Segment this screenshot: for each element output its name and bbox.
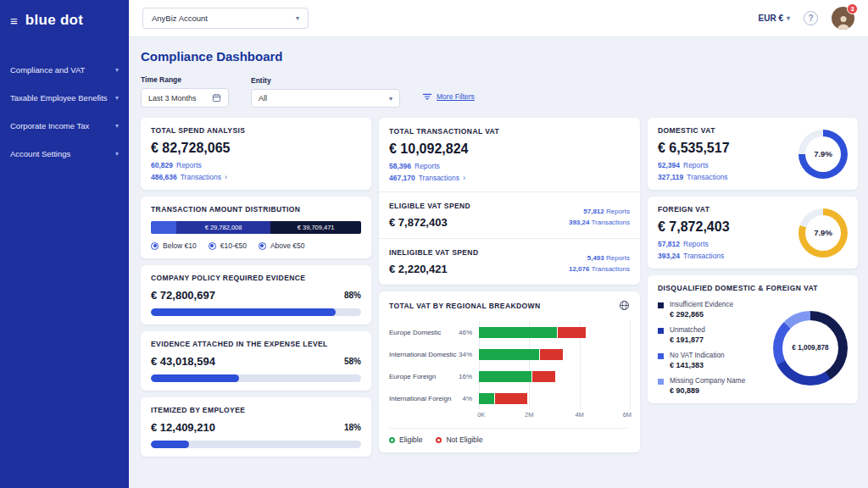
eligible-bar xyxy=(479,349,539,360)
globe-icon[interactable] xyxy=(619,300,630,311)
card-title: DISQUALIFIED DOMESTIC & FOREIGN VAT xyxy=(658,284,848,292)
gridline xyxy=(630,321,631,409)
not-eligible-bar xyxy=(540,349,563,360)
distribution-legend: Below €10 €10-€50 Above €50 xyxy=(151,241,361,250)
account-selector-value: AnyBiz Account xyxy=(152,14,208,23)
user-avatar[interactable]: 3 xyxy=(832,7,854,30)
bar-europe-domestic xyxy=(479,327,630,338)
amount: € 43,018,594 xyxy=(151,355,215,368)
transactions-link[interactable]: 12,076 Transactions xyxy=(569,265,630,273)
time-range-group: Time Range Last 3 Months xyxy=(141,75,229,108)
legend-radio-10-50[interactable]: €10-€50 xyxy=(209,241,247,250)
percent-value: 58% xyxy=(344,357,361,366)
card-title: ELIGIBLE VAT SPEND xyxy=(389,202,470,210)
amount: € 82,728,065 xyxy=(151,141,361,156)
transactions-link[interactable]: 327,119 Transactions xyxy=(658,173,730,181)
sidebar-item-taxable-employee-benefits[interactable]: Taxable Employee Benefits ▾ xyxy=(0,84,129,112)
percent-value: 18% xyxy=(344,423,361,432)
reports-link[interactable]: 5,493 Reports xyxy=(569,254,630,262)
reports-link[interactable]: 57,812 Reports xyxy=(569,208,630,215)
topbar: AnyBiz Account ▾ EUR € ▾ ? 3 xyxy=(129,0,868,37)
entity-select[interactable]: All ▾ xyxy=(251,89,400,108)
sidebar-item-compliance-and-vat[interactable]: Compliance and VAT ▾ xyxy=(0,56,129,84)
bar-segment-below-10 xyxy=(151,221,176,234)
sidebar-nav: Compliance and VAT ▾ Taxable Employee Be… xyxy=(0,56,129,168)
foreign-vat-donut: 7.9% xyxy=(798,208,848,258)
legend-radio-below-10[interactable]: Below €10 xyxy=(151,241,197,250)
eligible-vat-section: ELIGIBLE VAT SPEND € 7,872,403 57,812 Re… xyxy=(379,192,640,238)
transactions-link[interactable]: 467,170 Transactions › xyxy=(389,174,630,182)
account-selector[interactable]: AnyBiz Account ▾ xyxy=(142,8,309,29)
card-transaction-amount-distribution: TRANSACTION AMOUNT DISTRIBUTION € 29,782… xyxy=(141,197,371,258)
ineligible-vat-section: INELIGIBLE VAT SPEND € 2,220,421 5,493 R… xyxy=(379,239,640,285)
card-title: INELIGIBLE VAT SPEND xyxy=(389,248,478,257)
progress-fill xyxy=(151,441,189,448)
reports-link[interactable]: 52,394 Reports xyxy=(658,161,730,169)
chevron-down-icon: ▾ xyxy=(115,150,119,158)
reports-link[interactable]: 58,396 Reports xyxy=(389,162,630,170)
person-icon xyxy=(835,13,852,30)
legend-radio-above-50[interactable]: Above €50 xyxy=(259,241,305,250)
entity-label: Entity xyxy=(251,76,400,85)
chevron-down-icon: ▾ xyxy=(115,94,119,102)
card-title: ITEMIZED BY EMPLOYEE xyxy=(151,406,361,414)
card-total-spend-analysis: TOTAL SPEND ANALYSIS € 82,728,065 60,829… xyxy=(141,118,371,190)
dashboard-grid: TOTAL SPEND ANALYSIS € 82,728,065 60,829… xyxy=(141,118,856,457)
card-itemized-by-employee: ITEMIZED BY EMPLOYEE € 12,409,210 18% xyxy=(141,397,371,457)
entity-group: Entity All ▾ xyxy=(251,76,400,108)
vat-summary-section: TOTAL TRANSACTIONAL VAT € 10,092,824 58,… xyxy=(379,118,640,191)
brand-logo: blue dot xyxy=(25,12,84,29)
eligible-bar xyxy=(479,327,557,338)
donut-center-label: 7.9% xyxy=(805,215,841,251)
radio-icon xyxy=(209,242,216,250)
chart-legend: Eligible Not Eligible xyxy=(389,428,630,444)
time-range-label: Time Range xyxy=(141,75,229,84)
not-eligible-legend-icon xyxy=(436,437,442,443)
app-root: ≡ blue dot Compliance and VAT ▾ Taxable … xyxy=(0,0,868,488)
transactions-link[interactable]: 393,24 Transactions xyxy=(569,219,630,226)
card-title: TOTAL SPEND ANALYSIS xyxy=(151,126,361,135)
card-domestic-vat: DOMESTIC VAT € 6,535,517 52,394 Reports … xyxy=(648,118,858,190)
transactions-link[interactable]: 486,636 Transactions › xyxy=(151,173,361,181)
eligible-bar xyxy=(479,371,531,382)
domestic-vat-donut: 7.9% xyxy=(798,130,848,179)
column-center: TOTAL TRANSACTIONAL VAT € 10,092,824 58,… xyxy=(379,118,640,452)
disqualified-list: Insufficient Evidence€ 292,865 Unmatched… xyxy=(658,301,765,395)
currency-selector[interactable]: EUR € ▾ xyxy=(759,14,790,23)
time-range-input[interactable]: Last 3 Months xyxy=(141,88,229,108)
sidebar-item-account-settings[interactable]: Account Settings ▾ xyxy=(0,140,129,168)
chart-row-label: International Foreign4% xyxy=(389,387,472,409)
transactions-link[interactable]: 393,24 Transactions xyxy=(658,252,730,260)
more-filters-button[interactable]: More Filters xyxy=(422,92,475,108)
bullet-square-icon xyxy=(658,379,664,385)
card-total-transactional-vat: TOTAL TRANSACTIONAL VAT € 10,092,824 58,… xyxy=(379,118,640,285)
bar-europe-foreign xyxy=(479,371,630,382)
card-title: DOMESTIC VAT xyxy=(658,126,730,135)
hamburger-menu-icon[interactable]: ≡ xyxy=(10,14,18,27)
not-eligible-bar xyxy=(558,327,586,338)
bar-segment-10-50: € 29,782,008 xyxy=(176,221,271,234)
sidebar-item-corporate-income-tax[interactable]: Corporate Income Tax ▾ xyxy=(0,112,129,140)
chart-row-label: International Domestic34% xyxy=(389,343,472,365)
eligible-legend-icon xyxy=(389,437,395,443)
list-item: Missing Company Name€ 90,889 xyxy=(658,377,765,395)
list-item: Unmatched€ 191,877 xyxy=(658,326,765,344)
column-left: TOTAL SPEND ANALYSIS € 82,728,065 60,829… xyxy=(141,118,371,457)
disqualified-vat-donut: € 1,009,878 xyxy=(773,311,848,385)
legend-eligible: Eligible xyxy=(389,435,422,444)
card-regional-breakdown: TOTAL VAT BY REGIONAL BREAKDOWN Europe D… xyxy=(379,291,640,452)
percent-value: 88% xyxy=(344,291,361,300)
list-item: Insufficient Evidence€ 292,865 xyxy=(658,301,765,319)
list-item: No VAT Indication€ 141,383 xyxy=(658,352,765,369)
column-right: DOMESTIC VAT € 6,535,517 52,394 Reports … xyxy=(648,118,858,403)
card-title: EVIDENCE ATTACHED IN THE EXPENSE LEVEL xyxy=(151,340,361,348)
reports-link[interactable]: 57,812 Reports xyxy=(658,240,730,248)
chevron-down-icon: ▾ xyxy=(787,14,790,22)
notification-badge: 3 xyxy=(847,3,858,14)
help-icon[interactable]: ? xyxy=(804,11,818,25)
reports-link[interactable]: 60,829 Reports xyxy=(151,161,361,169)
main-content: Compliance Dashboard Time Range Last 3 M… xyxy=(129,37,868,488)
chevron-right-icon: › xyxy=(463,174,465,182)
filter-bar: Time Range Last 3 Months Entity All ▾ xyxy=(141,75,856,108)
amount: € 10,092,824 xyxy=(389,141,630,157)
